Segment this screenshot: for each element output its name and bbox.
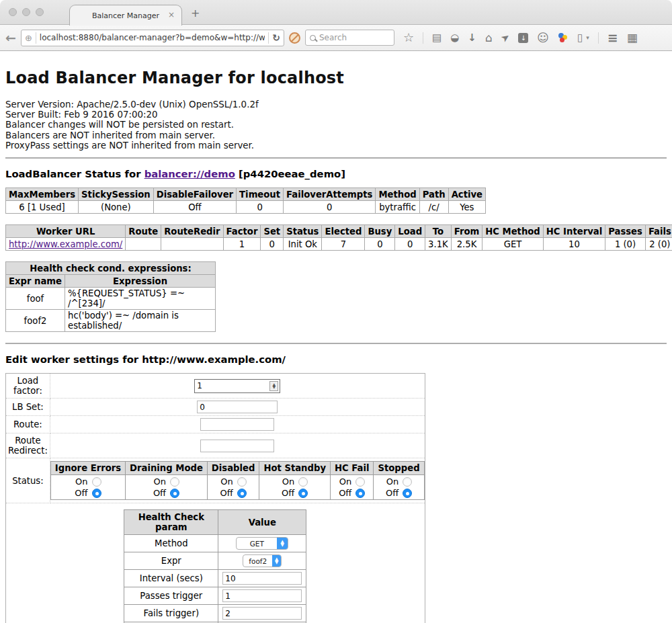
cell-expr-name: foof bbox=[6, 288, 65, 310]
disabled-on-radio[interactable] bbox=[237, 477, 247, 487]
balancer-link[interactable]: balancer://demo bbox=[144, 168, 235, 179]
server-info: Server Version: Apache/2.5.0-dev (Unix) … bbox=[5, 99, 667, 151]
page-content: Load Balancer Manager for localhost Serv… bbox=[0, 69, 672, 623]
minimize-window-button[interactable] bbox=[22, 8, 30, 16]
search-input[interactable] bbox=[319, 33, 390, 42]
browser-tab[interactable]: Balancer Manager × bbox=[69, 5, 182, 26]
form-row-route: Route: bbox=[6, 416, 425, 433]
screenshot-icon[interactable]: ↓ bbox=[518, 33, 528, 43]
route-input[interactable] bbox=[200, 418, 274, 431]
pocket-icon[interactable]: ◒ bbox=[450, 33, 459, 43]
disabled-off-radio[interactable] bbox=[237, 489, 247, 498]
cell-active: Yes bbox=[448, 201, 485, 214]
maximize-window-button[interactable] bbox=[36, 8, 44, 16]
reading-list-icon[interactable]: ▤ bbox=[432, 33, 442, 43]
apps-grid-icon[interactable]: ▦ bbox=[627, 32, 638, 44]
server-built-line: Server Built: Feb 9 2016 07:00:20 bbox=[5, 110, 667, 120]
interval-input[interactable] bbox=[222, 572, 302, 585]
hot-standby-off-radio[interactable] bbox=[298, 489, 308, 498]
ignore-errors-off-radio[interactable] bbox=[92, 489, 101, 498]
feedback-smiley-icon[interactable]: ☺ bbox=[537, 32, 549, 44]
edit-worker-form: Load factor: ▲▼ LB Set: Route: Route Red… bbox=[5, 373, 425, 623]
close-window-button[interactable] bbox=[9, 8, 17, 16]
status-radio-row: On Off On Off bbox=[50, 475, 424, 500]
select-stepper-icon: ▲▼ bbox=[277, 537, 288, 550]
chevron-down-icon[interactable]: ▾ bbox=[586, 34, 589, 41]
form-row-load-factor: Load factor: ▲▼ bbox=[6, 374, 425, 399]
form-row-status: Status: Ignore Errors Draining Mode Disa… bbox=[6, 458, 425, 503]
cell-to: 3.1K bbox=[425, 238, 452, 251]
off-label: Off bbox=[386, 488, 398, 498]
col-failoverattempts: FailoverAttempts bbox=[284, 188, 376, 201]
ignore-errors-on-radio[interactable] bbox=[92, 477, 101, 487]
cell-factor: 1 bbox=[223, 238, 261, 251]
extension-colored-dots-icon[interactable] bbox=[558, 32, 569, 43]
col-busy: Busy bbox=[365, 225, 395, 238]
route-redirect-input[interactable] bbox=[200, 440, 274, 452]
stopped-off-radio[interactable] bbox=[403, 489, 412, 498]
send-tab-icon[interactable]: ➤ bbox=[499, 31, 512, 44]
off-label: Off bbox=[153, 488, 166, 498]
status-options-table: Ignore Errors Draining Mode Disabled Hot… bbox=[50, 461, 425, 500]
adblock-icon[interactable] bbox=[289, 32, 300, 44]
cell-failoverattempts: 0 bbox=[284, 201, 376, 214]
hc-fail-off-radio[interactable] bbox=[355, 489, 365, 498]
on-label: On bbox=[282, 476, 294, 487]
stopped-on-radio[interactable] bbox=[403, 477, 412, 487]
cell-busy: 0 bbox=[365, 238, 395, 251]
bookmark-star-icon[interactable]: ☆ bbox=[403, 32, 414, 44]
lb-set-input[interactable] bbox=[197, 401, 278, 413]
cell-hc-method: GET bbox=[482, 238, 544, 251]
search-icon bbox=[310, 35, 316, 41]
off-label: Off bbox=[282, 488, 294, 498]
on-label: On bbox=[153, 476, 166, 487]
col-method: Method bbox=[376, 188, 419, 201]
back-icon[interactable]: ← bbox=[5, 32, 16, 44]
new-tab-button[interactable]: + bbox=[191, 7, 200, 19]
hc-row-fails: Fails trigger) bbox=[124, 605, 306, 622]
table-header-row: Expr name Expression bbox=[6, 275, 216, 288]
fails-input[interactable] bbox=[222, 607, 302, 620]
url-bar[interactable]: ⊕ localhost:8880/balancer-manager?b=demo… bbox=[21, 30, 284, 46]
expr-select[interactable]: foof2 ▲▼ bbox=[243, 554, 282, 567]
worker-row: http://www.example.com/ 1 0 Init Ok 7 0 … bbox=[6, 238, 672, 251]
cell-from: 2.5K bbox=[451, 238, 482, 251]
health-check-params-table: Health Check param Value Method GET ▲▼ bbox=[124, 509, 306, 623]
col-hc-fail: HC Fail bbox=[330, 462, 373, 475]
worker-url-link[interactable]: http://www.example.com/ bbox=[9, 239, 122, 249]
draining-mode-off-radio[interactable] bbox=[170, 489, 179, 498]
hc-fail-on-radio[interactable] bbox=[355, 477, 365, 487]
col-set: Set bbox=[261, 225, 284, 238]
cell-passes: 1 (0) bbox=[605, 238, 646, 251]
method-label: Method bbox=[124, 535, 218, 552]
status-header-row: Ignore Errors Draining Mode Disabled Hot… bbox=[50, 462, 424, 475]
passes-input[interactable] bbox=[222, 589, 302, 602]
cell-expr-name: foof2 bbox=[6, 310, 65, 332]
draining-mode-on-radio[interactable] bbox=[170, 477, 179, 487]
off-label: Off bbox=[339, 488, 351, 498]
on-label: On bbox=[220, 476, 233, 487]
hc-row-interval: Interval (secs) bbox=[124, 570, 306, 587]
hot-standby-on-radio[interactable] bbox=[298, 477, 308, 487]
col-timeout: Timeout bbox=[237, 188, 284, 201]
divider bbox=[423, 32, 423, 44]
reload-icon[interactable]: ↻ bbox=[272, 32, 280, 43]
search-bar[interactable] bbox=[305, 30, 394, 46]
clipboard-extension-icon[interactable]: ▯ bbox=[577, 33, 583, 43]
col-status: Status bbox=[284, 225, 322, 238]
hc-expressions-table: Health check cond. expressions: Expr nam… bbox=[5, 261, 216, 332]
home-icon[interactable]: ⌂ bbox=[485, 32, 493, 44]
number-spinner-icon[interactable]: ▲▼ bbox=[269, 381, 278, 391]
cell-status: Init Ok bbox=[284, 238, 322, 251]
load-factor-input[interactable] bbox=[197, 381, 269, 390]
downloads-icon[interactable]: ↓ bbox=[468, 33, 476, 43]
site-identity-globe-icon[interactable]: ⊕ bbox=[25, 33, 32, 43]
menu-hamburger-icon[interactable]: ≡ bbox=[607, 32, 618, 44]
method-select[interactable]: GET ▲▼ bbox=[236, 537, 288, 550]
status-label: Status: bbox=[6, 458, 50, 503]
tab-close-icon[interactable]: × bbox=[168, 10, 175, 19]
url-text[interactable]: localhost:8880/balancer-manager?b=demo&w… bbox=[40, 33, 265, 42]
tab-title: Balancer Manager bbox=[92, 11, 159, 20]
expr-row: foof2 hc('body') =~ /domain is establish… bbox=[6, 310, 216, 332]
form-row-lb-set: LB Set: bbox=[6, 399, 425, 416]
